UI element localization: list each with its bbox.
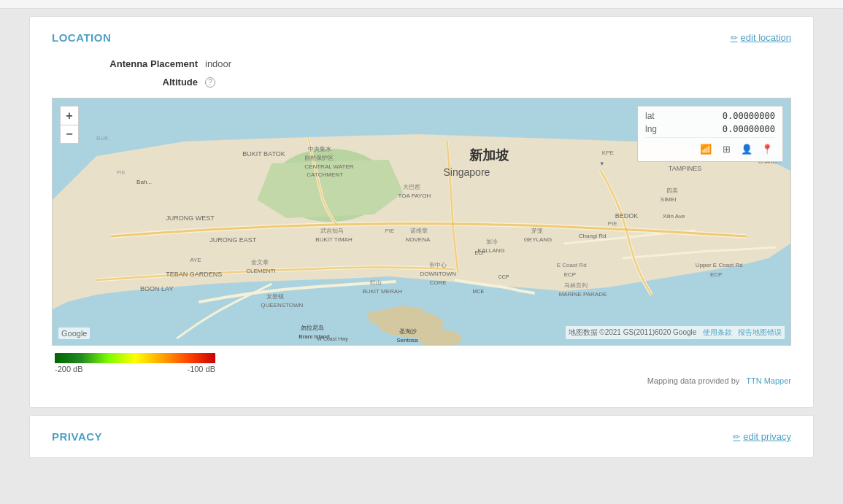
svg-text:诺维章: 诺维章 xyxy=(410,228,428,234)
svg-text:▼: ▼ xyxy=(599,160,605,167)
svg-text:市中心: 市中心 xyxy=(429,262,447,268)
svg-text:四美: 四美 xyxy=(666,187,678,194)
svg-text:TAMPINES: TAMPINES xyxy=(669,165,701,172)
lat-value: 0.00000000 xyxy=(723,111,775,121)
map-report-link[interactable]: 报告地图错误 xyxy=(738,328,782,336)
svg-text:SIMEI: SIMEI xyxy=(661,196,677,203)
edit-location-label: edit location xyxy=(741,32,791,43)
svg-text:大巴窑: 大巴窑 xyxy=(403,184,420,190)
mapping-credit-text: Mapping data provided by xyxy=(647,376,740,385)
svg-text:JURONG WEST: JURONG WEST xyxy=(166,214,215,222)
svg-text:BOON LAY: BOON LAY xyxy=(140,285,173,292)
edit-location-link[interactable]: ✏ edit location xyxy=(731,32,791,43)
svg-text:GEYLANG: GEYLANG xyxy=(524,236,553,243)
svg-text:TEBAN GARDENS: TEBAN GARDENS xyxy=(166,271,222,278)
person-icon-btn[interactable]: 👤 xyxy=(739,141,755,157)
svg-text:PIE: PIE xyxy=(385,228,394,234)
svg-text:MARINE PARADE: MARINE PARADE xyxy=(559,291,607,298)
svg-text:勿拉尼岛: 勿拉尼岛 xyxy=(301,325,324,331)
privacy-section: PRIVACY ✏ edit privacy xyxy=(29,415,814,458)
wifi-icon-btn[interactable]: 📶 xyxy=(698,141,714,157)
altitude-label: Altitude xyxy=(96,77,198,88)
svg-text:金文泰: 金文泰 xyxy=(251,259,269,265)
location-header: LOCATION ✏ edit location xyxy=(52,31,791,44)
pin-icon-btn[interactable]: 📍 xyxy=(759,141,775,157)
svg-text:TOA PAYOH: TOA PAYOH xyxy=(398,193,431,199)
svg-text:CATCHMENT: CATCHMENT xyxy=(307,171,343,178)
svg-text:CCP: CCP xyxy=(499,274,509,279)
privacy-header: PRIVACY ✏ edit privacy xyxy=(52,430,791,443)
antenna-value: indoor xyxy=(205,58,231,69)
altitude-help-icon[interactable]: ? xyxy=(205,77,215,88)
ttn-mapper-link[interactable]: TTN Mapper xyxy=(746,376,791,385)
svg-text:Bah...: Bah... xyxy=(136,179,152,185)
svg-text:ECP: ECP xyxy=(475,250,486,255)
svg-text:马林百列: 马林百列 xyxy=(564,282,588,289)
latlng-panel: lat 0.00000000 lng 0.00000000 📶 ⊞ 👤 📍 xyxy=(637,106,783,162)
lat-row: lat 0.00000000 xyxy=(645,111,775,121)
legend-container: -200 dB -100 dB xyxy=(52,353,791,373)
edit-privacy-label: edit privacy xyxy=(743,431,791,442)
svg-text:Upper E Coast Rd: Upper E Coast Rd xyxy=(696,262,743,268)
svg-text:Singapore: Singapore xyxy=(444,166,490,178)
legend-max-label: -100 dB xyxy=(187,365,215,373)
svg-text:自然保护区: 自然保护区 xyxy=(304,155,334,161)
svg-text:CLEMENTI: CLEMENTI xyxy=(246,268,275,274)
top-bar xyxy=(0,0,843,9)
map-zoom-controls: + − xyxy=(60,106,79,144)
svg-text:圣淘沙: 圣淘沙 xyxy=(399,328,417,335)
svg-text:BUKIT BATOK: BUKIT BATOK xyxy=(242,150,285,158)
svg-text:Xilin Ave: Xilin Ave xyxy=(663,213,685,220)
zoom-out-button[interactable]: − xyxy=(60,125,79,144)
map-terms-link[interactable]: 使用条款 xyxy=(703,328,732,336)
svg-text:女皇镇: 女皇镇 xyxy=(266,293,284,300)
svg-text:加冷: 加冷 xyxy=(486,239,498,245)
antenna-label: Antenna Placement xyxy=(96,58,198,69)
svg-text:DOWNTOWN: DOWNTOWN xyxy=(420,271,456,277)
svg-text:QUEENSTOWN: QUEENSTOWN xyxy=(261,302,303,309)
location-title: LOCATION xyxy=(52,31,111,44)
svg-text:武吉知马: 武吉知马 xyxy=(320,228,344,234)
svg-text:CENTRAL WATER: CENTRAL WATER xyxy=(304,163,353,170)
svg-text:新加坡: 新加坡 xyxy=(469,147,509,163)
svg-text:JURONG EAST: JURONG EAST xyxy=(209,236,257,244)
svg-text:芽笼: 芽笼 xyxy=(531,228,543,234)
svg-text:MCE: MCE xyxy=(473,289,485,294)
svg-text:CORE: CORE xyxy=(430,279,447,286)
svg-text:AYE: AYE xyxy=(190,257,201,263)
mapping-credit: Mapping data provided by TTN Mapper xyxy=(52,376,791,385)
lng-label: lng xyxy=(645,124,657,134)
lng-row: lng 0.00000000 xyxy=(645,124,775,134)
svg-text:BUK: BUK xyxy=(96,135,109,141)
svg-text:ECP: ECP xyxy=(710,271,722,278)
svg-text:KPE: KPE xyxy=(602,150,614,156)
lng-value: 0.00000000 xyxy=(723,124,775,134)
svg-text:ECP: ECP xyxy=(564,271,576,278)
map-container[interactable]: 新加坡 Singapore BUKIT BATOK 中央集水 自然保护区 CEN… xyxy=(52,98,791,346)
svg-text:PIE: PIE xyxy=(117,170,126,175)
pencil-icon: ✏ xyxy=(731,33,738,43)
map-attribution-text: 地图数据 ©2021 GS(2011)6020 Google xyxy=(569,328,697,336)
page-wrapper: LOCATION ✏ edit location Antenna Placeme… xyxy=(0,0,843,458)
svg-text:NOVENA: NOVENA xyxy=(405,236,430,243)
svg-text:W Coast Hwy: W Coast Hwy xyxy=(317,336,348,342)
legend-gradient xyxy=(55,353,215,363)
zoom-in-button[interactable]: + xyxy=(60,106,79,125)
svg-text:BUKIT TIMAH: BUKIT TIMAH xyxy=(315,236,353,243)
google-logo: Google xyxy=(58,327,90,339)
svg-text:Changi Rd: Changi Rd xyxy=(579,233,607,239)
map-attribution: 地图数据 ©2021 GS(2011)6020 Google 使用条款 报告地图… xyxy=(566,326,785,339)
svg-text:BUKIT MERAH: BUKIT MERAH xyxy=(362,288,402,295)
privacy-pencil-icon: ✏ xyxy=(733,432,740,442)
svg-text:BEDOK: BEDOK xyxy=(615,212,639,220)
privacy-title: PRIVACY xyxy=(52,430,102,443)
legend-min-label: -200 dB xyxy=(55,365,83,373)
altitude-row: Altitude ? xyxy=(52,77,791,88)
svg-text:PIE: PIE xyxy=(608,220,617,227)
antenna-placement-row: Antenna Placement indoor xyxy=(52,58,791,69)
grid-icon-btn[interactable]: ⊞ xyxy=(718,141,734,157)
edit-privacy-link[interactable]: ✏ edit privacy xyxy=(733,431,791,442)
svg-text:Sentosa: Sentosa xyxy=(396,337,418,344)
svg-text:红山: 红山 xyxy=(370,279,382,286)
svg-text:E Coast Rd: E Coast Rd xyxy=(557,262,587,268)
